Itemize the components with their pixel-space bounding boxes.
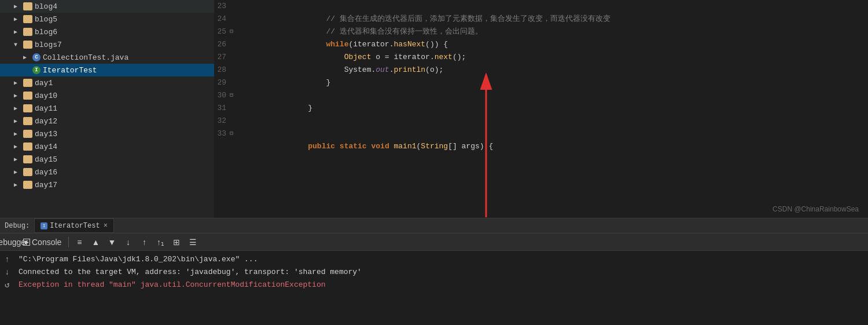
iterator-test-tab[interactable]: I IteratorTest × (34, 218, 114, 233)
arrow-icon: ▶ (14, 118, 23, 125)
arrow-icon: ▶ (14, 181, 23, 188)
console-line-2: ↓ Connected to the target VM, address: '… (5, 266, 863, 279)
line-num-26: 26 (214, 38, 236, 51)
code-line-30: } (245, 89, 868, 102)
arrow-icon: ▶ (23, 54, 32, 61)
arrow-icon: ▶ (14, 79, 23, 86)
debug-label: Debug: (5, 222, 30, 230)
toolbar-step-out-button[interactable]: ↑ (137, 236, 151, 249)
sidebar-item-blog6[interactable]: ▶ blog6 (0, 25, 214, 38)
separator (68, 237, 69, 247)
sidebar-item-label: day13 (35, 130, 57, 138)
main-area: ▶ blog4 ▶ blog5 ▶ blog6 ▼ blogs7 ▶ (0, 0, 868, 218)
console-line-1: ↑ "C:\Program Files\Java\jdk1.8.0_202\bi… (5, 253, 863, 266)
arrow-icon: ▶ (14, 28, 23, 35)
sidebar-item-label: day14 (35, 143, 57, 151)
console-output: ↑ "C:\Program Files\Java\jdk1.8.0_202\bi… (0, 251, 868, 325)
up-arrow-icon: ↑ (5, 253, 16, 266)
arrow-icon: ▼ (14, 42, 23, 48)
sidebar-item-day13[interactable]: ▶ day13 (0, 127, 214, 140)
line-num-29: 29 (214, 76, 236, 89)
sidebar-item-day11[interactable]: ▶ day11 (0, 102, 214, 115)
arrow-icon: ▶ (14, 16, 23, 23)
watermark: CSDN @ChinaRainbowSea (773, 205, 859, 213)
down-arrow-icon: ↓ (5, 266, 16, 279)
arrow-icon: ▶ (14, 105, 23, 112)
folder-icon (23, 143, 32, 151)
arrow-icon: ▶ (14, 169, 23, 176)
toolbar-frames-button[interactable]: ☰ (186, 236, 200, 249)
arrow-icon: ▶ (14, 143, 23, 150)
code-view: 23 24 25⊟ 26 27 28 29 30⊟ 31 32 33⊟ // 集… (214, 0, 868, 218)
console-tab-button[interactable]: ▶ Console (20, 236, 65, 249)
sidebar: ▶ blog4 ▶ blog5 ▶ blog6 ▼ blogs7 ▶ (0, 0, 214, 218)
sidebar-item-label: day1 (35, 79, 53, 87)
toolbar-up-button[interactable]: ▲ (89, 236, 102, 249)
sidebar-item-blog5[interactable]: ▶ blog5 (0, 13, 214, 25)
sidebar-item-label: day15 (35, 155, 57, 164)
line-num-33: 33⊟ (214, 127, 236, 140)
toolbar-rerun-button[interactable]: ≡ (72, 236, 86, 249)
sidebar-item-iteratortest[interactable]: ▶ I IteratorTest (0, 64, 214, 76)
tab-label: IteratorTest (50, 222, 100, 230)
folder-icon (23, 28, 32, 36)
line-num-24: 24 (214, 13, 236, 25)
sidebar-item-label: day16 (35, 168, 57, 177)
line-num-23: 23 (214, 0, 236, 13)
toolbar-run-cursor-button[interactable]: ↑₁ (153, 236, 167, 249)
folder-icon (23, 15, 32, 23)
sidebar-item-day16[interactable]: ▶ day16 (0, 166, 214, 178)
line-num-27: 27 (214, 51, 236, 64)
sidebar-item-label: blog5 (35, 15, 57, 24)
sidebar-item-label: blog4 (35, 2, 57, 11)
sidebar-item-label: blog6 (35, 28, 57, 36)
code-line-31 (245, 102, 868, 115)
sidebar-item-day12[interactable]: ▶ day12 (0, 115, 214, 127)
toolbar-step-into-button[interactable]: ↓ (121, 236, 135, 249)
debug-bar: Debug: I IteratorTest × (0, 218, 868, 233)
sidebar-item-label: day17 (35, 181, 57, 189)
line-num-30: 30⊟ (214, 89, 236, 102)
debugger-tab-button[interactable]: Debugger (3, 236, 17, 249)
folder-icon (23, 130, 32, 138)
toolbar-area: Debugger ▶ Console ≡ ▲ ▼ ↓ ↑ ↑₁ ⊞ ☰ (0, 233, 868, 251)
sidebar-item-label: day10 (35, 92, 57, 100)
line-num-28: 28 (214, 64, 236, 76)
console-text-2: Connected to the target VM, address: 'ja… (19, 266, 362, 279)
redo-icon: ↺ (5, 279, 16, 291)
arrow-icon: ▶ (14, 156, 23, 163)
tab-close-button[interactable]: × (104, 222, 108, 230)
sidebar-item-blog4[interactable]: ▶ blog4 (0, 0, 214, 13)
sidebar-item-blogs7[interactable]: ▼ blogs7 (0, 38, 214, 51)
console-text-error: Exception in thread "main" java.util.Con… (19, 279, 326, 291)
arrow-icon: ▶ (14, 130, 23, 137)
tab-icon: I (41, 222, 47, 229)
folder-icon (23, 92, 32, 100)
toolbar-down-step-button[interactable]: ▼ (105, 236, 119, 249)
sidebar-item-label: day12 (35, 117, 57, 126)
sidebar-item-label: day11 (35, 104, 57, 113)
bottom-panel: Debug: I IteratorTest × Debugger ▶ Conso… (0, 218, 868, 325)
arrow-icon: ▶ (14, 3, 23, 10)
line-num-32: 32 (214, 115, 236, 127)
sidebar-item-day14[interactable]: ▶ day14 (0, 140, 214, 153)
sidebar-item-day10[interactable]: ▶ day10 (0, 89, 214, 102)
code-line-23: // 集合在生成的迭代器后面，添加了元素数据，集合发生了改变，而迭代器没有改变 (245, 0, 868, 13)
java-icon: C (32, 53, 41, 61)
sidebar-item-day1[interactable]: ▶ day1 (0, 76, 214, 89)
sidebar-item-day17[interactable]: ▶ day17 (0, 178, 214, 191)
sidebar-item-collectiontest[interactable]: ▶ C CollectionTest.java (0, 51, 214, 64)
code-line-32 (245, 115, 868, 127)
sidebar-item-label: CollectionTest.java (43, 53, 128, 62)
console-text-1: "C:\Program Files\Java\jdk1.8.0_202\bin\… (19, 253, 258, 266)
code-line-29 (245, 76, 868, 89)
line-num-31: 31 (214, 102, 236, 115)
folder-icon (23, 181, 32, 189)
sidebar-item-label: IteratorTest (43, 66, 97, 75)
folder-icon (23, 79, 32, 87)
folder-icon (23, 168, 32, 176)
editor-area: 23 24 25⊟ 26 27 28 29 30⊟ 31 32 33⊟ // 集… (214, 0, 868, 218)
arrow-icon: ▶ (14, 92, 23, 99)
toolbar-evaluate-button[interactable]: ⊞ (170, 236, 183, 249)
sidebar-item-day15[interactable]: ▶ day15 (0, 153, 214, 166)
